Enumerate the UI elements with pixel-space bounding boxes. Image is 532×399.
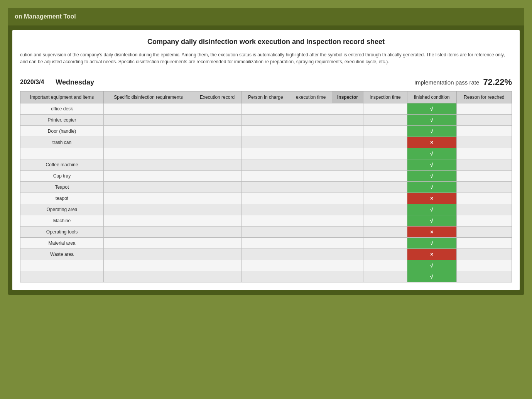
cell-insp_time: [363, 115, 407, 126]
cell-execution: [193, 126, 242, 137]
cell-exec_time: [290, 159, 332, 171]
cell-inspector: [332, 137, 363, 148]
cell-insp_time: [363, 249, 407, 260]
cell-insp_time: [363, 182, 407, 193]
cell-inspector: [332, 260, 363, 271]
cell-reason: [456, 103, 512, 115]
cell-finished: ×: [407, 137, 456, 148]
table-row: √: [20, 260, 512, 271]
cell-disinfection: [104, 103, 193, 115]
cell-insp_time: [363, 137, 407, 148]
table-header-row: Important equipment and itemsSpecific di…: [20, 91, 512, 103]
app-container: on Management Tool Company daily disinfe…: [8, 8, 524, 295]
cell-insp_time: [363, 215, 407, 227]
cell-inspector: [332, 148, 363, 159]
cell-disinfection: [104, 159, 193, 171]
cell-person: [241, 171, 290, 182]
app-title-bar: on Management Tool: [8, 8, 524, 25]
cell-execution: [193, 249, 242, 260]
cell-disinfection: [104, 271, 193, 282]
meta-day: Wednesday: [56, 78, 94, 86]
cell-person: [241, 148, 290, 159]
cell-equipment: Material area: [20, 238, 104, 249]
cell-person: [241, 182, 290, 193]
meta-row: 2020/3/4 Wednesday Implementation pass r…: [20, 77, 512, 87]
cell-disinfection: [104, 126, 193, 137]
cell-disinfection: [104, 148, 193, 159]
col-header-insp_time: Inspection time: [363, 91, 407, 103]
pass-rate-label: Implementation pass rate: [414, 79, 479, 86]
cell-exec_time: [290, 148, 332, 159]
cell-inspector: [332, 103, 363, 115]
cell-reason: [456, 215, 512, 227]
cell-reason: [456, 260, 512, 271]
cell-exec_time: [290, 182, 332, 193]
cell-exec_time: [290, 238, 332, 249]
cell-execution: [193, 171, 242, 182]
table-row: trash can×: [20, 137, 512, 148]
cell-exec_time: [290, 271, 332, 282]
cell-equipment: Waste area: [20, 249, 104, 260]
cell-finished: √: [407, 126, 456, 137]
cell-equipment: Operating tools: [20, 227, 104, 238]
cell-insp_time: [363, 260, 407, 271]
cell-finished: √: [407, 103, 456, 115]
cell-equipment: office desk: [20, 103, 104, 115]
meta-date: 2020/3/4: [20, 79, 44, 86]
cell-person: [241, 193, 290, 204]
cell-insp_time: [363, 204, 407, 215]
cell-finished: √: [407, 271, 456, 282]
cell-reason: [456, 271, 512, 282]
cell-inspector: [332, 249, 363, 260]
cell-disinfection: [104, 260, 193, 271]
cell-execution: [193, 271, 242, 282]
cell-equipment: [20, 260, 104, 271]
cell-reason: [456, 137, 512, 148]
cell-inspector: [332, 171, 363, 182]
col-header-exec_time: execution time: [290, 91, 332, 103]
pass-rate-value: 72.22%: [483, 77, 512, 87]
table-row: Operating tools×: [20, 227, 512, 238]
table-row: √: [20, 148, 512, 159]
col-header-inspector: Inspector: [332, 91, 363, 103]
cell-inspector: [332, 227, 363, 238]
table-row: Teapot√: [20, 182, 512, 193]
cell-insp_time: [363, 159, 407, 171]
cell-finished: √: [407, 204, 456, 215]
cell-exec_time: [290, 193, 332, 204]
cell-disinfection: [104, 182, 193, 193]
cell-reason: [456, 126, 512, 137]
cell-disinfection: [104, 137, 193, 148]
cell-exec_time: [290, 204, 332, 215]
cell-inspector: [332, 215, 363, 227]
cell-exec_time: [290, 215, 332, 227]
cell-finished: √: [407, 159, 456, 171]
cell-finished: √: [407, 171, 456, 182]
cell-reason: [456, 171, 512, 182]
app-title: on Management Tool: [15, 13, 76, 20]
cell-inspector: [332, 182, 363, 193]
cell-disinfection: [104, 249, 193, 260]
cell-execution: [193, 137, 242, 148]
cell-equipment: Coffee machine: [20, 159, 104, 171]
cell-equipment: Machine: [20, 215, 104, 227]
inspection-table: Important equipment and itemsSpecific di…: [20, 91, 512, 282]
cell-reason: [456, 249, 512, 260]
cell-disinfection: [104, 171, 193, 182]
cell-equipment: [20, 271, 104, 282]
cell-person: [241, 249, 290, 260]
cell-execution: [193, 215, 242, 227]
cell-execution: [193, 260, 242, 271]
content-area: Company daily disinfection work executio…: [12, 30, 520, 290]
cell-execution: [193, 227, 242, 238]
sheet-title: Company daily disinfection work executio…: [20, 38, 512, 46]
cell-disinfection: [104, 215, 193, 227]
table-row: Operating area√: [20, 204, 512, 215]
cell-execution: [193, 148, 242, 159]
cell-insp_time: [363, 171, 407, 182]
cell-reason: [456, 204, 512, 215]
cell-equipment: Printer, copier: [20, 115, 104, 126]
cell-person: [241, 103, 290, 115]
cell-finished: ×: [407, 227, 456, 238]
cell-person: [241, 159, 290, 171]
